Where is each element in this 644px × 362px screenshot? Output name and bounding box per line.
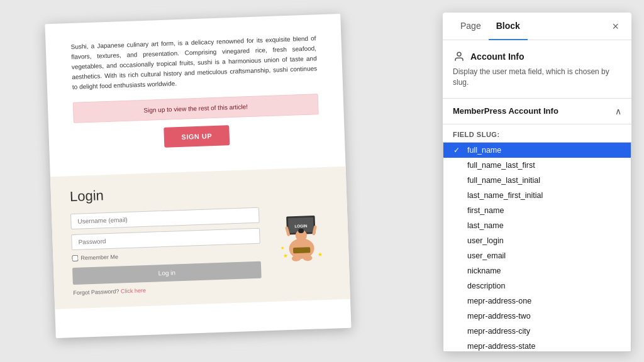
slug-value: mepr-address-state (467, 342, 535, 351)
list-item[interactable]: ✓mepr-address-state (443, 339, 631, 352)
svg-line-7 (313, 227, 315, 234)
close-button[interactable]: × (609, 18, 621, 35)
remember-label: Remember Me (80, 254, 118, 261)
sumo-image: LOGIN ★ ★ (272, 205, 330, 270)
slug-list[interactable]: ✓full_name✓full_name_last_first✓full_nam… (443, 142, 631, 352)
slug-value: full_name_last_initial (467, 176, 540, 185)
account-info-title: Account Info (470, 52, 525, 62)
forgot-password-text: Forgot Password? Click here (73, 283, 262, 296)
username-field[interactable] (70, 207, 260, 229)
slug-value: user_email (467, 251, 506, 260)
svg-text:★: ★ (317, 251, 322, 258)
list-item[interactable]: ✓full_name_last_first (443, 158, 631, 173)
list-item[interactable]: ✓full_name (443, 143, 631, 158)
account-icon (453, 50, 465, 63)
slug-value: last_name_first_initial (467, 191, 543, 200)
click-here-link[interactable]: Click here (121, 287, 146, 294)
account-info-block: Account Info Display the user meta field… (443, 40, 631, 99)
memberpress-header[interactable]: MemberPress Account Info ∧ (443, 99, 631, 124)
right-panel: Page Block × Account Info Display the us… (443, 13, 631, 352)
sign-up-button[interactable]: SIGN UP (164, 125, 230, 148)
page-preview: Sushi, a Japanese culinary art form, is … (45, 14, 351, 338)
login-section: Login Remember Me Log in Forgot Password… (50, 167, 350, 309)
panel-header: Page Block × (443, 13, 631, 40)
slug-value: mepr-address-city (467, 327, 530, 336)
slug-value: first_name (467, 206, 504, 215)
svg-text:★: ★ (282, 253, 287, 259)
forgot-password-label: Forgot Password? (73, 288, 119, 296)
list-item[interactable]: ✓full_name_last_initial (443, 173, 631, 188)
svg-rect-10 (292, 247, 310, 253)
svg-line-6 (286, 228, 288, 235)
account-info-desc: Display the user meta field, which is ch… (453, 67, 621, 88)
memberpress-section: MemberPress Account Info ∧ FIELD SLUG: ✓… (443, 99, 631, 352)
login-fields: Remember Me Log in Forgot Password? Clic… (70, 207, 262, 296)
svg-text:LOGIN: LOGIN (294, 224, 308, 229)
tab-page[interactable]: Page (453, 13, 489, 40)
slug-value: last_name (467, 221, 504, 230)
chevron-up-icon: ∧ (615, 106, 621, 116)
slug-value: description (467, 282, 505, 290)
list-item[interactable]: ✓first_name (443, 203, 631, 218)
svg-text:★: ★ (280, 244, 284, 250)
slug-value: full_name_last_first (467, 161, 535, 170)
login-title: Login (70, 180, 328, 205)
memberpress-title: MemberPress Account Info (453, 106, 558, 116)
account-info-header: Account Info (453, 50, 621, 63)
list-item[interactable]: ✓mepr-address-two (443, 309, 631, 324)
sumo-illustration: LOGIN ★ ★ (273, 205, 328, 270)
password-field[interactable] (71, 228, 260, 250)
remember-checkbox[interactable] (72, 255, 78, 261)
svg-point-14 (457, 52, 461, 56)
article-text: Sushi, a Japanese culinary art form, is … (70, 33, 318, 92)
field-slug-label: FIELD SLUG: (443, 124, 631, 142)
list-item[interactable]: ✓description (443, 278, 631, 293)
list-item[interactable]: ✓last_name (443, 218, 631, 233)
list-item[interactable]: ✓mepr-address-one (443, 293, 631, 309)
tab-block[interactable]: Block (489, 13, 528, 40)
list-item[interactable]: ✓user_login (443, 233, 631, 248)
slug-value: mepr-address-one (467, 297, 531, 305)
checkmark-icon: ✓ (453, 146, 462, 155)
signup-banner-text: Sign up to view the rest of this article… (80, 101, 311, 116)
slug-value: nickname (467, 266, 501, 275)
slug-value: mepr-address-two (467, 312, 531, 321)
slug-value: full_name (467, 146, 501, 155)
signup-banner: Sign up to view the rest of this article… (73, 94, 319, 123)
list-item[interactable]: ✓mepr-address-city (443, 324, 631, 339)
list-item[interactable]: ✓last_name_first_initial (443, 188, 631, 203)
list-item[interactable]: ✓user_email (443, 248, 631, 263)
login-button[interactable]: Log in (72, 261, 262, 285)
remember-me-row: Remember Me (72, 249, 260, 261)
slug-value: user_login (467, 236, 504, 245)
list-item[interactable]: ✓nickname (443, 263, 631, 278)
